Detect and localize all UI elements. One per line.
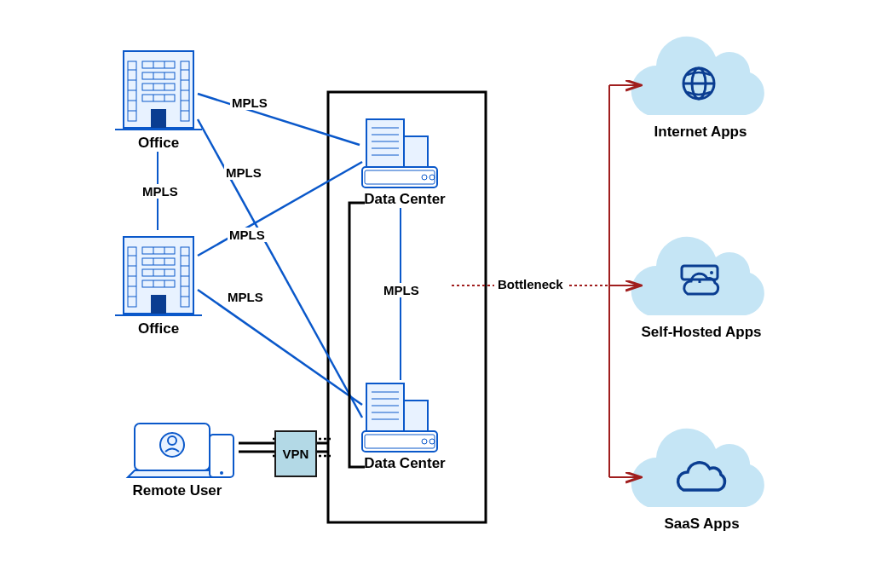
svg-rect-71 — [404, 401, 428, 435]
svg-point-82 — [692, 68, 706, 99]
mpls-label: MPLS — [141, 184, 180, 199]
svg-rect-67 — [365, 170, 435, 184]
svg-rect-25 — [151, 109, 166, 128]
svg-rect-1 — [128, 61, 136, 121]
svg-rect-49 — [142, 280, 175, 287]
svg-rect-28 — [128, 247, 136, 307]
svg-rect-66 — [362, 167, 437, 187]
svg-rect-46 — [142, 269, 175, 276]
cloud-internet-icon — [631, 37, 764, 115]
svg-rect-27 — [124, 237, 193, 314]
office2-label: Office — [135, 320, 182, 337]
svg-rect-0 — [124, 51, 193, 128]
svg-point-56 — [168, 436, 176, 445]
internet-apps-label: Internet Apps — [649, 124, 752, 141]
saas-apps-label: SaaS Apps — [661, 516, 742, 533]
mpls-link — [198, 119, 362, 418]
vpn-box: VPN — [274, 430, 317, 477]
mpls-label: MPLS — [228, 228, 267, 242]
svg-point-55 — [160, 433, 184, 457]
svg-rect-54 — [135, 424, 210, 470]
mpls-label: MPLS — [382, 283, 421, 297]
cloud-selfhosted-icon — [631, 237, 764, 315]
svg-rect-77 — [362, 431, 437, 452]
datacenter-icon — [362, 383, 437, 452]
datacenter-icon — [362, 119, 437, 187]
office-building-icon — [115, 237, 202, 315]
svg-rect-84 — [682, 266, 718, 280]
svg-rect-16 — [142, 72, 175, 79]
svg-point-85 — [710, 271, 713, 274]
svg-point-69 — [429, 175, 435, 180]
dc-bracket — [349, 203, 365, 467]
svg-rect-59 — [366, 119, 404, 170]
svg-point-80 — [429, 439, 435, 444]
svg-rect-13 — [142, 61, 175, 68]
mpls-link — [198, 94, 360, 145]
svg-rect-60 — [404, 136, 428, 170]
cloud-saas-icon — [631, 429, 764, 507]
mpls-label: MPLS — [226, 290, 265, 304]
remote-user-label: Remote User — [126, 482, 228, 499]
svg-rect-29 — [181, 247, 189, 307]
datacenter1-label: Data Center — [358, 191, 452, 208]
svg-rect-43 — [142, 258, 175, 265]
office1-label: Office — [135, 135, 182, 152]
svg-point-79 — [422, 439, 427, 444]
mpls-label: MPLS — [230, 95, 269, 110]
remote-user-icon — [128, 424, 233, 477]
mpls-link — [198, 290, 362, 405]
mpls-label: MPLS — [224, 165, 263, 180]
svg-rect-57 — [210, 435, 233, 477]
datacenter2-label: Data Center — [358, 455, 452, 472]
svg-rect-52 — [151, 295, 166, 314]
svg-rect-22 — [142, 95, 175, 101]
mpls-link — [198, 162, 362, 256]
bottleneck-label: Bottleneck — [494, 277, 567, 291]
svg-rect-40 — [142, 247, 175, 254]
selfhosted-apps-label: Self-Hosted Apps — [637, 324, 765, 341]
svg-rect-19 — [142, 84, 175, 90]
svg-point-81 — [683, 68, 714, 99]
svg-rect-70 — [366, 383, 404, 435]
svg-point-68 — [422, 175, 427, 180]
svg-rect-2 — [181, 61, 189, 121]
svg-rect-78 — [365, 435, 435, 448]
svg-point-58 — [220, 471, 223, 475]
office-building-icon — [115, 51, 202, 130]
vpn-label: VPN — [283, 447, 309, 461]
